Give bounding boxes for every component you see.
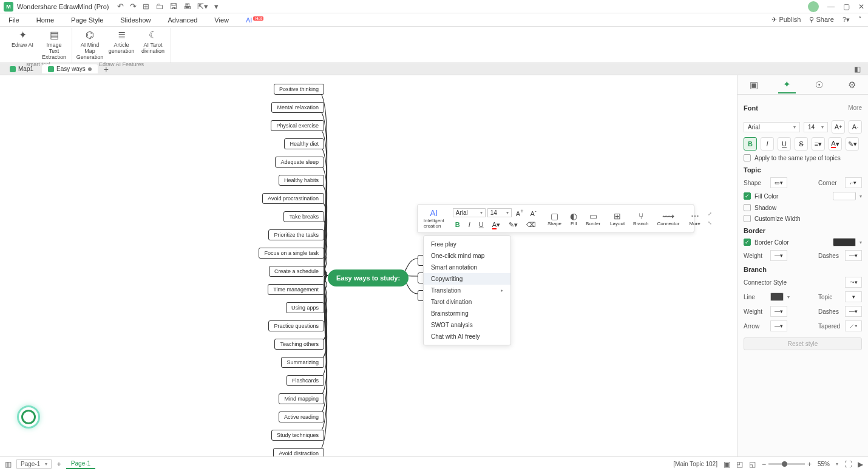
subtopic-left-0[interactable]: Positive thinking <box>274 84 324 95</box>
cm-smart-annotation[interactable]: Smart annotation <box>424 262 510 273</box>
rp-tab-settings[interactable]: ⚙ <box>843 77 861 93</box>
rp-fill-check[interactable]: ✓Fill Color <box>744 192 778 200</box>
subtopic-left-9[interactable]: Focus on a single task <box>259 248 324 259</box>
ribbon-image-text[interactable]: ▤Image Text Extraction <box>39 28 69 61</box>
rp-shape-select[interactable]: ▭▾ <box>770 177 787 188</box>
ft-connector[interactable]: ⟿Connector <box>653 210 683 228</box>
rp-border-weight[interactable]: —▾ <box>770 250 787 261</box>
collapse-ribbon-icon[interactable]: ˄ <box>858 16 862 24</box>
ft-fill[interactable]: ◐Fill <box>566 210 581 228</box>
zoom-slider[interactable]: − + <box>762 460 812 469</box>
ribbon-article-gen[interactable]: ≣Article generation <box>106 28 137 61</box>
subtopic-left-19[interactable]: Study techniques <box>271 430 324 441</box>
ft-font-select[interactable]: Arial▾ <box>453 208 486 217</box>
rp-font-smaller[interactable]: A- <box>849 120 862 134</box>
canvas[interactable]: Easy ways to study: Positive thinkingMen… <box>0 75 737 456</box>
qa-more-icon[interactable]: ▾ <box>214 2 219 11</box>
cm-brainstorming[interactable]: Brainstorming <box>424 308 510 319</box>
subtopic-left-18[interactable]: Active reading <box>279 412 324 422</box>
ft-expand[interactable]: ⤢⤡ <box>705 211 714 226</box>
workspace[interactable]: Easy ways to study: Positive thinkingMen… <box>0 75 737 456</box>
pages-icon[interactable]: ▥ <box>5 460 12 469</box>
close-button[interactable]: ✕ <box>858 2 864 11</box>
cm-copywriting[interactable]: Copywriting <box>424 273 510 285</box>
rp-line-swatch[interactable] <box>770 293 784 301</box>
doc-tab-easyways[interactable]: Easy ways <box>42 64 98 73</box>
subtopic-left-13[interactable]: Practice questions <box>268 320 324 331</box>
subtopic-left-10[interactable]: Create a schedule <box>269 266 324 277</box>
fit-icon[interactable]: ▣ <box>724 460 730 469</box>
ft-bold[interactable]: B <box>453 220 463 229</box>
subtopic-left-12[interactable]: Using apps <box>286 302 324 313</box>
publish-button[interactable]: ✈ Publish <box>771 16 801 24</box>
rp-branch-arrow[interactable]: —▾ <box>770 320 787 331</box>
ft-clear-format[interactable]: ⌫ <box>524 220 538 230</box>
cm-tarot[interactable]: Tarot divination <box>424 296 510 308</box>
subtopic-left-14[interactable]: Teaching others <box>274 339 324 350</box>
open-icon[interactable]: 🗀 <box>155 2 163 11</box>
rp-bold[interactable]: B <box>744 137 757 151</box>
menu-file[interactable]: File <box>6 15 22 25</box>
rp-branch-tapered[interactable]: ⟋▾ <box>845 320 862 331</box>
zoom-out-icon[interactable]: − <box>762 460 766 469</box>
ribbon-mindmap-gen[interactable]: ⌬AI Mind Map Generation <box>75 28 105 61</box>
ft-fontcolor[interactable]: A▾ <box>490 220 503 230</box>
rp-bordercolor-check[interactable]: ✓Border Color <box>744 239 789 246</box>
subtopic-left-15[interactable]: Summarizing <box>281 357 324 368</box>
rp-strike[interactable]: S <box>795 137 808 151</box>
rp-connstyle[interactable]: ⤳▾ <box>845 277 862 288</box>
user-avatar[interactable] <box>808 1 819 12</box>
redo-icon[interactable]: ↷ <box>130 2 137 11</box>
ft-fontsize-up[interactable]: A+ <box>514 207 526 219</box>
menu-home[interactable]: Home <box>34 15 56 25</box>
zoom-in-icon[interactable]: + <box>807 460 812 469</box>
new-icon[interactable]: ⊞ <box>143 2 149 11</box>
cm-translation[interactable]: Translation▸ <box>424 285 510 296</box>
ribbon-tarot[interactable]: ☾AI Tarot divination <box>138 28 168 61</box>
cm-oneclick[interactable]: One-click mind map <box>424 250 510 262</box>
help-icon[interactable]: ?▾ <box>843 16 850 24</box>
rp-shadow-check[interactable]: Shadow <box>744 204 776 211</box>
minimize-button[interactable]: — <box>827 2 835 11</box>
zoom-level[interactable]: 55% <box>818 461 830 467</box>
rp-border-swatch[interactable] <box>833 238 856 246</box>
share-button[interactable]: ⚲ Share <box>809 16 833 24</box>
ft-ai-button[interactable]: AIintelligent creation <box>420 207 448 230</box>
rp-more-link[interactable]: More <box>848 104 862 111</box>
rp-font-bigger[interactable]: A+ <box>832 120 845 134</box>
rp-customw-check[interactable]: Customize Width <box>744 215 801 222</box>
rp-apply-same[interactable]: Apply to the same type of topics <box>744 154 841 161</box>
ft-shape[interactable]: ▢Shape <box>544 210 565 228</box>
menu-view[interactable]: View <box>212 15 231 25</box>
ft-italic[interactable]: I <box>466 220 473 229</box>
rp-italic[interactable]: I <box>761 137 774 151</box>
export-icon[interactable]: ⇱▾ <box>197 2 208 11</box>
menu-advanced[interactable]: Advanced <box>165 15 200 25</box>
cm-chat-ai[interactable]: Chat with AI freely <box>424 331 510 342</box>
rp-tab-style[interactable]: ✦ <box>778 76 796 93</box>
rp-tab-theme[interactable]: ☉ <box>810 77 828 93</box>
rp-fontcolor[interactable]: A▾ <box>829 137 842 151</box>
rp-tab-outline[interactable]: ▣ <box>745 77 763 93</box>
rp-font-family[interactable]: Arial▾ <box>744 122 800 132</box>
central-topic[interactable]: Easy ways to study: <box>328 269 409 286</box>
print-icon[interactable]: 🖶 <box>183 2 191 11</box>
ft-size-select[interactable]: 14▾ <box>487 208 512 217</box>
menu-slideshow[interactable]: Slideshow <box>118 15 153 25</box>
presentation-icon[interactable]: ▶ <box>858 460 863 469</box>
ft-more[interactable]: ⋯More <box>685 210 704 228</box>
rp-corner-select[interactable]: ⌐▾ <box>845 177 862 188</box>
subtopic-left-8[interactable]: Prioritize the tasks <box>268 229 324 240</box>
doc-tab-map1[interactable]: Map1 <box>4 64 39 73</box>
subtopic-left-7[interactable]: Take breaks <box>283 211 324 222</box>
add-page-button[interactable]: + <box>56 459 61 469</box>
ribbon-edraw-ai[interactable]: ✦Edraw AI <box>7 28 38 61</box>
ft-underline[interactable]: U <box>476 220 486 229</box>
rp-font-size[interactable]: 14▾ <box>804 122 828 132</box>
rp-highlight[interactable]: ✎▾ <box>846 137 859 151</box>
subtopic-left-20[interactable]: Avoid distraction <box>273 448 324 456</box>
rp-branch-topic[interactable]: ▾ <box>845 291 862 302</box>
subtopic-left-4[interactable]: Adequate sleep <box>275 157 324 168</box>
save-icon[interactable]: 🖫 <box>169 2 177 11</box>
subtopic-left-17[interactable]: Mind mapping <box>279 393 324 404</box>
